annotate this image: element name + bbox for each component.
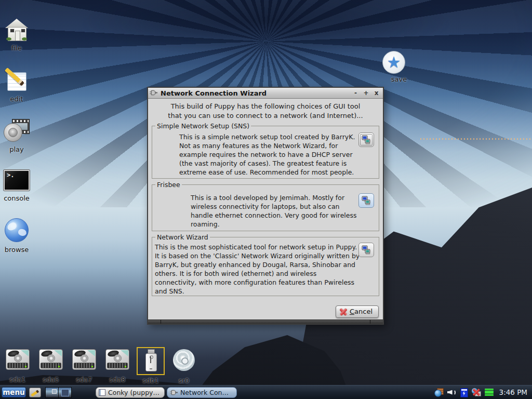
frisbee-launch-button[interactable] bbox=[358, 193, 374, 208]
hard-drive-icon bbox=[6, 349, 30, 370]
cancel-rest: ancel bbox=[354, 308, 373, 315]
cancel-label: Cancel bbox=[350, 308, 373, 315]
task-label: Conky (puppypc) bbox=[108, 389, 160, 396]
drive-icon-sda1[interactable]: sda1 bbox=[1, 347, 34, 384]
drive-label: sda5 bbox=[34, 376, 68, 383]
drive-label: sda8 bbox=[101, 376, 134, 383]
volume-icon[interactable] bbox=[447, 388, 457, 397]
drive-icon-sda8[interactable]: sda8 bbox=[101, 347, 134, 384]
dialog-footer: Cancel bbox=[148, 302, 383, 318]
window-icon bbox=[99, 389, 105, 396]
section-description: This is a simple network setup tool crea… bbox=[152, 126, 379, 177]
cd-disc-icon bbox=[173, 349, 195, 371]
desktop-icon-file[interactable]: file bbox=[0, 19, 33, 52]
city-lights-decor bbox=[420, 138, 532, 140]
icon-label: play bbox=[0, 145, 33, 153]
section-legend: Frisbee bbox=[155, 181, 182, 189]
hard-drive-icon bbox=[105, 349, 129, 370]
hard-drive-icon bbox=[72, 349, 96, 370]
minimize-button[interactable]: - bbox=[352, 89, 360, 97]
section-description: This is a tool developed by Jemimah. Mos… bbox=[152, 185, 379, 229]
desktop-icon-edit[interactable]: edit bbox=[0, 68, 33, 103]
drive-label: sdb1 bbox=[134, 377, 167, 384]
terminal-prompt-glyph: >. bbox=[7, 171, 14, 179]
drive-icon-sr0[interactable]: sr0 bbox=[167, 347, 201, 384]
battery-charging-icon[interactable] bbox=[460, 388, 468, 397]
drive-icon-row: sda1 sda5 sda7 sda8 sdb1 sr0 bbox=[1, 347, 201, 384]
desktop-icon-browse[interactable]: browse bbox=[0, 218, 33, 254]
desktop-icon-console[interactable]: >. console bbox=[0, 170, 33, 202]
workspace-2[interactable] bbox=[59, 388, 71, 397]
hard-drive-icon bbox=[39, 349, 63, 370]
section-network-wizard: Network Wizard This is the most sophisti… bbox=[152, 237, 379, 296]
network-computers-icon bbox=[361, 195, 371, 206]
workspace-pager bbox=[45, 387, 72, 398]
system-tray: 3:46 PM bbox=[434, 388, 532, 397]
plug-icon bbox=[150, 89, 158, 97]
desktop-icon-play[interactable]: play bbox=[0, 118, 33, 153]
notepad-pencil-icon bbox=[5, 68, 29, 91]
taskbar: menu Conky (puppypc) Network Connec... bbox=[0, 385, 532, 399]
section-legend: Simple Network Setup (SNS) bbox=[155, 122, 251, 130]
drive-label: sda1 bbox=[1, 376, 34, 383]
icon-label: file bbox=[0, 44, 33, 52]
maximize-button[interactable]: + bbox=[362, 89, 370, 97]
task-button-conky[interactable]: Conky (puppypc) bbox=[96, 387, 165, 398]
task-button-network-connection[interactable]: Network Connec... bbox=[167, 387, 237, 398]
usb-stick-icon bbox=[143, 349, 158, 371]
network-wizard-launch-button[interactable] bbox=[358, 243, 374, 257]
drive-icon-sdb1[interactable]: sdb1 bbox=[134, 347, 167, 384]
network-connection-wizard-window: Network Connection Wizard - + x This bui… bbox=[147, 87, 384, 325]
dialog-content: This build of Puppy has the following ch… bbox=[148, 99, 383, 318]
sns-launch-button[interactable] bbox=[358, 132, 374, 147]
desktop: file edit play >. console browse save sd… bbox=[0, 0, 532, 399]
section-frisbee: Frisbee This is a tool developed by Jemi… bbox=[152, 184, 379, 231]
window-title: Network Connection Wizard bbox=[161, 89, 352, 97]
terminal-icon: >. bbox=[4, 170, 30, 191]
pencil-tray-button[interactable] bbox=[29, 388, 41, 397]
star-circle-icon bbox=[382, 51, 405, 74]
firewall-globe-icon[interactable] bbox=[434, 388, 444, 397]
desktop-icon-save[interactable]: save bbox=[382, 51, 416, 83]
taskbar-clock: 3:46 PM bbox=[499, 388, 527, 396]
network-computers-icon bbox=[361, 245, 371, 255]
window-titlebar[interactable]: Network Connection Wizard - + x bbox=[148, 88, 383, 99]
close-button[interactable]: x bbox=[373, 89, 380, 97]
speaker-film-icon bbox=[4, 118, 30, 142]
globe-icon bbox=[5, 218, 29, 242]
cancel-button[interactable]: Cancel bbox=[336, 305, 379, 318]
icon-label: browse bbox=[0, 246, 33, 254]
drive-label: sr0 bbox=[167, 377, 201, 384]
house-icon bbox=[4, 19, 29, 41]
icon-label: save bbox=[382, 75, 416, 83]
section-simple-network-setup: Simple Network Setup (SNS) This is a sim… bbox=[152, 126, 379, 179]
icon-label: console bbox=[0, 194, 33, 202]
network-disconnected-icon[interactable] bbox=[472, 388, 481, 397]
drive-label: sda7 bbox=[68, 376, 101, 383]
red-x-icon bbox=[340, 308, 347, 315]
section-description: This is the most sophisticated tool for … bbox=[152, 237, 379, 296]
icon-label: edit bbox=[0, 95, 33, 103]
drive-icon-sda5[interactable]: sda5 bbox=[34, 347, 68, 384]
section-legend: Network Wizard bbox=[155, 233, 210, 241]
workspace-1[interactable] bbox=[46, 388, 59, 397]
cancel-accel: C bbox=[350, 308, 354, 315]
task-label: Network Connec... bbox=[180, 389, 232, 396]
drive-icon-sda7[interactable]: sda7 bbox=[68, 347, 101, 384]
plug-icon bbox=[170, 389, 178, 396]
menu-button[interactable]: menu bbox=[2, 387, 26, 397]
network-activity-icon[interactable] bbox=[485, 388, 494, 396]
window-resize-bar[interactable] bbox=[148, 320, 383, 324]
network-computers-icon bbox=[361, 135, 371, 145]
